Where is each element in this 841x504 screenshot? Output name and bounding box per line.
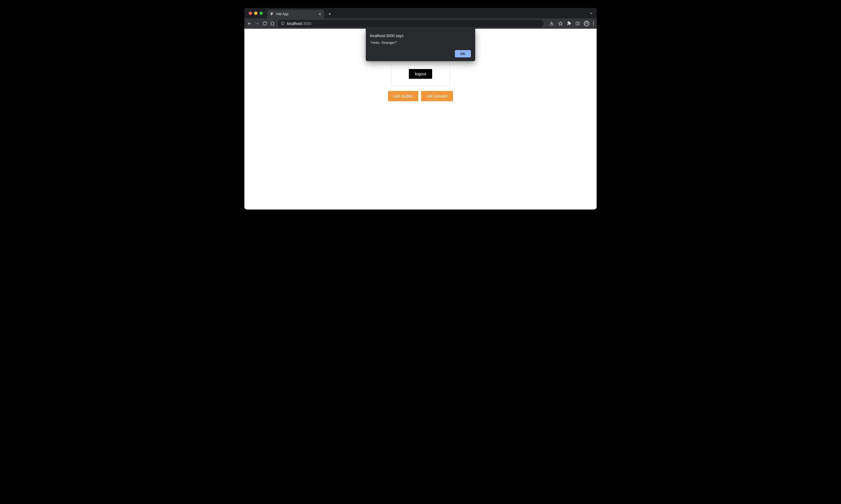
share-icon[interactable] (549, 21, 554, 26)
extensions-icon[interactable] (567, 21, 571, 26)
profile-avatar[interactable] (584, 21, 589, 26)
panel-icon[interactable] (575, 21, 580, 26)
browser-tab[interactable]: Vite App ✕ (267, 10, 324, 18)
call-private-button[interactable]: call /private (421, 91, 453, 101)
browser-window: Vite App ✕ + localhost:3000 (244, 8, 597, 210)
close-window-button[interactable] (249, 12, 252, 15)
window-controls (247, 8, 265, 18)
tab-strip: Vite App ✕ + (244, 8, 597, 18)
vite-icon (270, 12, 274, 16)
toolbar-right (549, 21, 594, 26)
menu-icon[interactable] (593, 21, 594, 25)
maximize-window-button[interactable] (260, 12, 263, 15)
logout-button[interactable]: logout (409, 69, 432, 79)
minimize-window-button[interactable] (254, 12, 257, 15)
alert-actions: OK (370, 50, 471, 57)
alert-origin: localhost:3000 says (370, 34, 471, 38)
url-host: localhost (287, 21, 302, 26)
home-button[interactable] (270, 21, 275, 26)
site-info-icon[interactable] (281, 21, 285, 25)
address-bar[interactable]: localhost:3000 (277, 20, 544, 27)
tab-search-icon[interactable] (589, 12, 593, 15)
svg-rect-9 (576, 22, 579, 25)
new-tab-button[interactable]: + (326, 11, 333, 18)
bookmark-icon[interactable] (558, 21, 563, 26)
svg-point-6 (282, 22, 283, 23)
svg-marker-8 (559, 21, 562, 25)
close-tab-icon[interactable]: ✕ (319, 13, 321, 16)
auth-card: logout (391, 62, 450, 86)
alert-ok-button[interactable]: OK (455, 50, 471, 57)
tab-title: Vite App (276, 12, 316, 16)
forward-button[interactable] (255, 21, 260, 26)
reload-button[interactable] (262, 21, 267, 26)
toolbar: localhost:3000 (244, 18, 597, 29)
back-button[interactable] (247, 21, 252, 26)
url-port: :3000 (302, 21, 311, 26)
alert-message: "Hello, Stranger!" (370, 41, 471, 45)
url-text: localhost:3000 (287, 21, 311, 26)
call-public-button[interactable]: call /public (388, 91, 418, 101)
js-alert-dialog: localhost:3000 says "Hello, Stranger!" O… (366, 29, 475, 61)
api-buttons-row: call /public call /private (388, 91, 453, 101)
